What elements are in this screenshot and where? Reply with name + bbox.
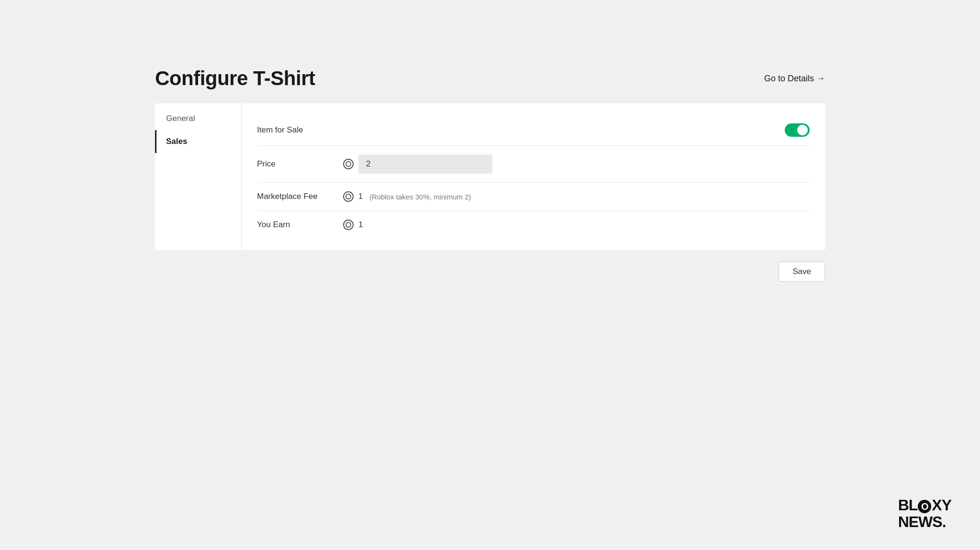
item-for-sale-toggle[interactable] bbox=[785, 123, 810, 137]
sidebar-item-general[interactable]: General bbox=[155, 107, 241, 130]
price-field-value bbox=[343, 154, 810, 174]
content-panel: Item for Sale Price Marketplace Fe bbox=[241, 103, 825, 250]
watermark-line1: BLOXY bbox=[898, 497, 951, 513]
item-for-sale-label: Item for Sale bbox=[257, 125, 343, 135]
watermark-o-icon: O bbox=[918, 500, 931, 513]
you-earn-value: 1 bbox=[343, 220, 810, 230]
marketplace-fee-note: (Roblox takes 30%, minimum 2) bbox=[369, 193, 471, 201]
marketplace-fee-row: Marketplace Fee 1 (Roblox takes 30%, min… bbox=[257, 183, 810, 211]
price-input[interactable] bbox=[358, 154, 492, 174]
robux-icon-earn bbox=[343, 220, 354, 230]
robux-icon-fee bbox=[343, 191, 354, 202]
price-label: Price bbox=[257, 159, 343, 169]
you-earn-amount: 1 bbox=[358, 220, 363, 230]
marketplace-fee-label: Marketplace Fee bbox=[257, 192, 343, 201]
item-for-sale-row: Item for Sale bbox=[257, 115, 810, 146]
watermark-line2: NEWS. bbox=[898, 513, 951, 531]
save-button[interactable]: Save bbox=[779, 262, 825, 282]
marketplace-fee-amount: 1 bbox=[358, 192, 363, 201]
item-for-sale-toggle-container bbox=[785, 123, 810, 137]
toggle-slider bbox=[785, 123, 810, 137]
go-to-details-link[interactable]: Go to Details → bbox=[764, 74, 825, 84]
sidebar: General Sales bbox=[155, 103, 241, 250]
sidebar-item-sales[interactable]: Sales bbox=[155, 130, 241, 153]
you-earn-label: You Earn bbox=[257, 220, 343, 230]
watermark: BLOXY NEWS. bbox=[898, 497, 951, 531]
marketplace-fee-value: 1 (Roblox takes 30%, minimum 2) bbox=[343, 191, 810, 202]
page-title: Configure T-Shirt bbox=[155, 67, 315, 90]
robux-icon-price bbox=[343, 159, 354, 169]
bottom-bar: Save bbox=[155, 262, 825, 282]
price-row: Price bbox=[257, 146, 810, 183]
you-earn-row: You Earn 1 bbox=[257, 211, 810, 239]
